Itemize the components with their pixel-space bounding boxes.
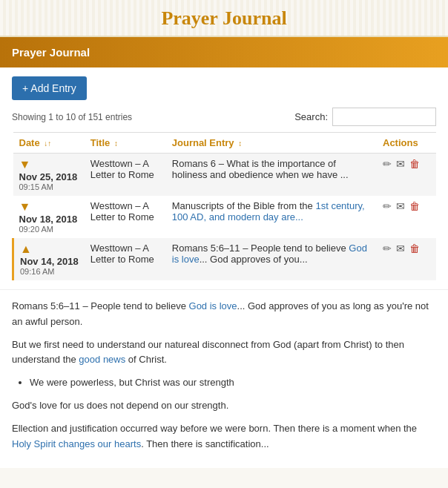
delete-icon-3[interactable]: 🗑 [409,243,420,254]
action-icons-2: ✏ ✉ 🗑 [383,200,430,212]
col-header-title[interactable]: Title ↕ [85,133,166,154]
expanded-para-2: But we first need to understand our natu… [12,337,436,369]
page-title-area: Prayer Journal [0,0,448,37]
section-header: Prayer Journal [0,37,448,67]
search-input[interactable] [332,108,436,126]
expanded-para-1: Romans 5:6–11 – People tend to believe G… [12,299,436,330]
col-header-actions: Actions [377,133,436,154]
expand-indicator-1[interactable]: ▼ [19,158,31,171]
title-cell-1: Westtown – A Letter to Rome [85,154,166,197]
search-area: Search: [294,108,436,126]
expanded-list: We were powerless, but Christ was our st… [30,375,436,391]
entry-cell-3: Romans 5:6–11 – People tend to believe G… [166,238,377,280]
edit-icon-2[interactable]: ✏ [383,200,392,212]
expanded-para-3: God's love for us does not depend on our… [12,398,436,414]
date-cell: ▲ Nov 14, 2018 09:16 AM [13,238,85,280]
section-header-label: Prayer Journal [12,46,90,59]
page-title: Prayer Journal [0,7,448,30]
expand-indicator-2[interactable]: ▼ [19,200,31,213]
title-cell-2: Westtown – A Letter to Rome [85,196,166,238]
table-header-row: Date ↓↑ Title ↕ Journal Entry ↕ Actions [13,133,437,154]
expanded-content: Romans 5:6–11 – People tend to believe G… [0,289,448,468]
date-time-3: 09:16 AM [20,267,79,276]
edit-icon-1[interactable]: ✏ [383,158,392,170]
expanded-para-4: Ellection and justification occurred way… [12,421,436,452]
search-label: Search: [294,111,328,122]
link-1st-century[interactable]: 1st century, 100 AD, and modern day are.… [172,200,365,222]
actions-cell-1: ✏ ✉ 🗑 [377,154,436,197]
delete-icon-1[interactable]: 🗑 [409,158,420,170]
controls-row: Showing 1 to 10 of 151 entries Search: [12,108,436,126]
link-god-love[interactable]: God is love [172,243,367,265]
email-icon-2[interactable]: ✉ [396,200,405,212]
sort-icon-entry: ↕ [238,139,242,148]
date-cell: ▼ Nov 25, 2018 09:15 AM [13,154,85,197]
date-time-1: 09:15 AM [19,182,79,191]
table-row: ▼ Nov 25, 2018 09:15 AM Westtown – A Let… [13,154,437,197]
date-main-3: Nov 14, 2018 [20,256,79,267]
link-god-love-2[interactable]: God is love [189,300,237,311]
col-header-date[interactable]: Date ↓↑ [13,133,85,154]
date-cell: ▼ Nov 18, 2018 09:20 AM [13,196,85,238]
entry-cell-1: Romans 6 – What is the importance of hol… [166,154,377,197]
edit-icon-3[interactable]: ✏ [383,243,392,254]
link-good-news[interactable]: good news [79,354,125,365]
expanded-list-item-1: We were powerless, but Christ was our st… [30,375,436,391]
actions-cell-2: ✏ ✉ 🗑 [377,196,436,238]
title-cell-3: Westtown – A Letter to Rome [85,238,166,280]
sort-icon-date: ↓↑ [44,139,51,148]
col-header-entry[interactable]: Journal Entry ↕ [166,133,377,154]
date-main-1: Nov 25, 2018 [19,171,79,182]
table-row: ▼ Nov 18, 2018 09:20 AM Westtown – A Let… [13,196,437,238]
showing-text: Showing 1 to 10 of 151 entries [12,112,132,122]
date-main-2: Nov 18, 2018 [19,214,79,225]
actions-cell-3: ✏ ✉ 🗑 [377,238,436,280]
link-holy-spirit[interactable]: Holy Spirit changes our hearts [12,438,141,449]
action-icons-3: ✏ ✉ 🗑 [383,243,430,254]
entry-cell-2: Manuscripts of the Bible from the 1st ce… [166,196,377,238]
date-time-2: 09:20 AM [19,225,79,234]
delete-icon-2[interactable]: 🗑 [409,200,420,212]
main-content: + Add Entry Showing 1 to 10 of 151 entri… [0,67,448,289]
sort-icon-title: ↕ [114,139,118,148]
email-icon-3[interactable]: ✉ [396,243,405,254]
email-icon-1[interactable]: ✉ [396,158,405,170]
expand-indicator-3[interactable]: ▲ [20,243,32,255]
action-icons-1: ✏ ✉ 🗑 [383,158,430,170]
table-row: ▲ Nov 14, 2018 09:16 AM Westtown – A Let… [13,238,437,280]
add-entry-button[interactable]: + Add Entry [12,76,87,100]
journal-table: Date ↓↑ Title ↕ Journal Entry ↕ Actions … [12,132,436,280]
